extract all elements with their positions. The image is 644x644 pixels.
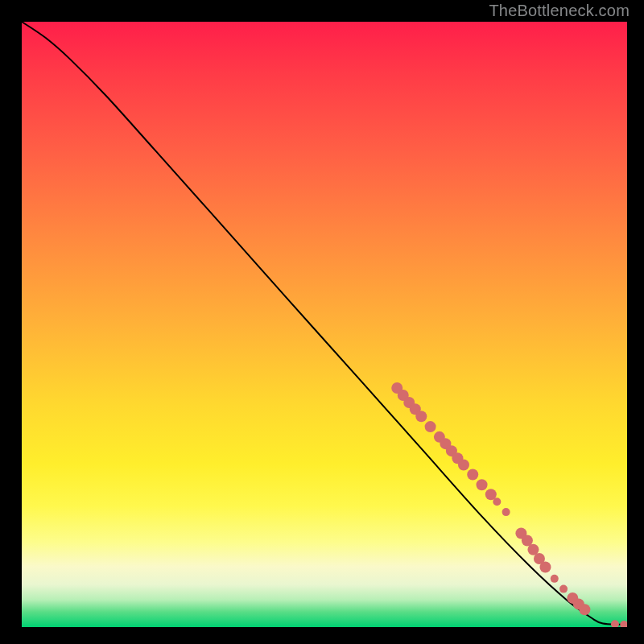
overlay-svg bbox=[22, 22, 627, 627]
marker-group bbox=[391, 382, 627, 627]
data-marker bbox=[579, 604, 590, 615]
data-marker bbox=[477, 479, 488, 490]
data-marker bbox=[493, 497, 501, 506]
data-marker bbox=[559, 585, 568, 593]
chart-stage: TheBottleneck.com bbox=[0, 0, 644, 644]
trace-curve bbox=[22, 22, 627, 625]
data-marker bbox=[425, 421, 436, 432]
data-marker bbox=[415, 411, 427, 422]
data-marker bbox=[458, 459, 469, 470]
data-marker bbox=[551, 575, 559, 583]
data-marker bbox=[539, 562, 551, 573]
attribution-label: TheBottleneck.com bbox=[489, 2, 630, 20]
data-marker bbox=[502, 508, 510, 516]
plot-area bbox=[22, 22, 627, 627]
data-marker bbox=[467, 469, 478, 480]
data-marker bbox=[611, 620, 619, 627]
data-marker bbox=[620, 621, 627, 627]
